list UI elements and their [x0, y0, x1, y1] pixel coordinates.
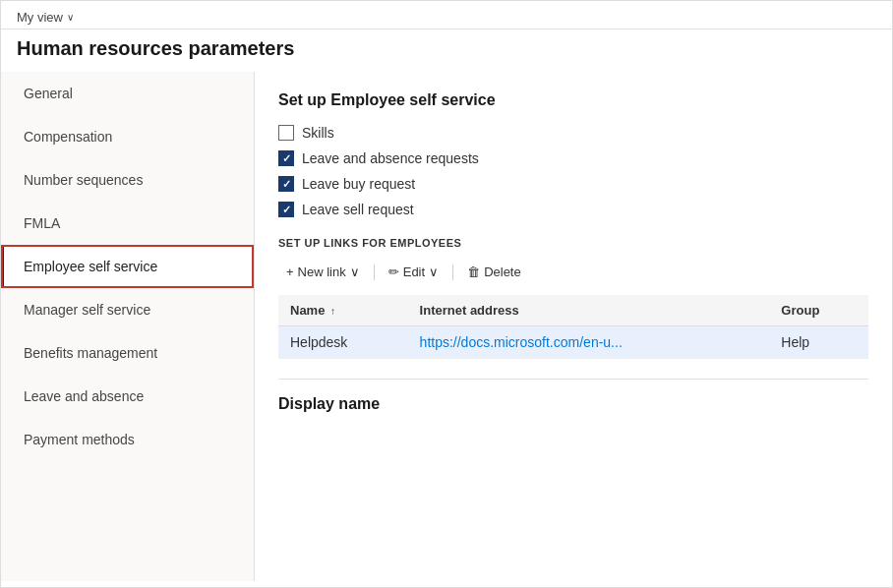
setup-section-title: Set up Employee self service: [278, 91, 868, 109]
checkbox-item-leave-buy[interactable]: Leave buy request: [278, 176, 868, 192]
sidebar-item-number-sequences[interactable]: Number sequences: [1, 158, 254, 202]
sidebar-item-label: General: [24, 86, 73, 101]
display-name-title: Display name: [278, 395, 868, 413]
new-link-chevron-icon: ∨: [350, 265, 360, 279]
delete-label: Delete: [484, 265, 521, 279]
links-table: Name ↑ Internet address Group: [278, 295, 868, 359]
sidebar-item-label: Benefits management: [24, 345, 157, 361]
leave-absence-label: Leave and absence requests: [302, 150, 479, 166]
checkbox-group: Skills Leave and absence requests Leave …: [278, 125, 868, 217]
sidebar-item-label: Number sequences: [24, 172, 143, 188]
internet-address-value: https://docs.microsoft.com/en-u...: [420, 334, 623, 350]
checkbox-item-skills[interactable]: Skills: [278, 125, 868, 141]
skills-checkbox[interactable]: [278, 125, 294, 141]
table-header-row: Name ↑ Internet address Group: [278, 295, 868, 326]
plus-icon: +: [286, 265, 294, 279]
edit-chevron-icon: ∨: [429, 265, 439, 279]
new-link-button[interactable]: + New link ∨: [278, 261, 368, 283]
row-name-value: Helpdesk: [290, 334, 347, 350]
my-view-button[interactable]: My view ∨: [17, 10, 74, 25]
sidebar-item-benefits-management[interactable]: Benefits management: [1, 331, 254, 375]
internet-address-link[interactable]: https://docs.microsoft.com/en-u...: [420, 334, 623, 350]
sidebar-item-fmla[interactable]: FMLA: [1, 202, 254, 245]
sidebar-item-label: Leave and absence: [24, 388, 144, 404]
links-section-header: SET UP LINKS FOR EMPLOYEES: [278, 237, 868, 249]
chevron-down-icon: ∨: [67, 12, 74, 23]
links-toolbar: + New link ∨ ✏ Edit ∨ 🗑 Delete: [278, 261, 868, 283]
main-layout: General Compensation Number sequences FM…: [1, 72, 892, 581]
page-title: Human resources parameters: [1, 29, 892, 72]
delete-button[interactable]: 🗑 Delete: [459, 261, 529, 283]
sidebar-item-label: FMLA: [24, 215, 60, 231]
toolbar-separator-1: [374, 265, 375, 280]
trash-icon: 🗑: [467, 265, 480, 279]
leave-buy-checkbox[interactable]: [278, 176, 294, 192]
my-view-label: My view: [17, 10, 63, 25]
checkbox-item-leave-sell[interactable]: Leave sell request: [278, 202, 868, 217]
sidebar-item-label: Employee self service: [24, 259, 157, 274]
group-column-label: Group: [781, 303, 819, 318]
top-bar: My view ∨: [1, 1, 892, 29]
table-cell-group: Help: [769, 326, 868, 359]
edit-label: Edit: [403, 265, 425, 279]
table-cell-internet-address: https://docs.microsoft.com/en-u...: [408, 326, 770, 359]
new-link-label: New link: [298, 265, 346, 279]
page-wrapper: My view ∨ Human resources parameters Gen…: [0, 0, 893, 588]
sidebar-item-label: Compensation: [24, 129, 112, 145]
table-cell-name: Helpdesk: [278, 326, 408, 359]
checkbox-item-leave-absence[interactable]: Leave and absence requests: [278, 150, 868, 166]
skills-label: Skills: [302, 125, 334, 141]
leave-absence-checkbox[interactable]: [278, 150, 294, 166]
edit-button[interactable]: ✏ Edit ∨: [381, 261, 446, 283]
leave-sell-label: Leave sell request: [302, 202, 414, 217]
display-name-section: Display name: [278, 379, 868, 413]
sidebar: General Compensation Number sequences FM…: [1, 72, 255, 581]
column-header-group[interactable]: Group: [769, 295, 868, 326]
sidebar-item-manager-self-service[interactable]: Manager self service: [1, 288, 254, 331]
sidebar-item-employee-self-service[interactable]: Employee self service: [1, 245, 254, 288]
content-area: Set up Employee self service Skills Leav…: [255, 72, 892, 581]
sidebar-item-payment-methods[interactable]: Payment methods: [1, 418, 254, 461]
leave-sell-checkbox[interactable]: [278, 202, 294, 217]
sidebar-item-leave-and-absence[interactable]: Leave and absence: [1, 375, 254, 418]
internet-address-column-label: Internet address: [420, 303, 519, 318]
name-column-label: Name: [290, 303, 325, 318]
column-header-internet-address[interactable]: Internet address: [408, 295, 770, 326]
toolbar-separator-2: [452, 265, 453, 280]
pencil-icon: ✏: [388, 265, 399, 279]
sidebar-item-compensation[interactable]: Compensation: [1, 115, 254, 158]
sidebar-item-label: Payment methods: [24, 432, 135, 447]
leave-buy-label: Leave buy request: [302, 176, 415, 192]
table-row[interactable]: Helpdesk https://docs.microsoft.com/en-u…: [278, 326, 868, 359]
sort-ascending-icon: ↑: [330, 306, 335, 317]
group-value: Help: [781, 334, 809, 350]
sidebar-item-general[interactable]: General: [1, 72, 254, 115]
sidebar-item-label: Manager self service: [24, 302, 150, 318]
column-header-name[interactable]: Name ↑: [278, 295, 408, 326]
